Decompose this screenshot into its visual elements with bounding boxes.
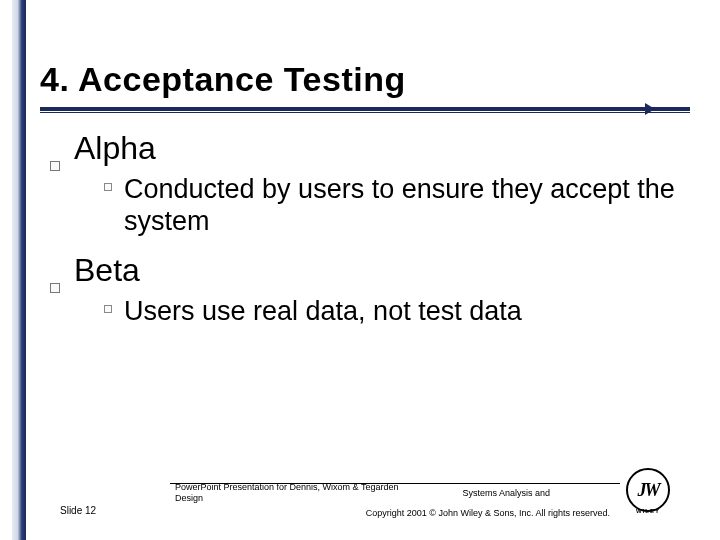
publisher-logo: JW WILEY [626, 468, 670, 512]
list-subitem: Conducted by users to ensure they accept… [104, 173, 700, 238]
subitem-text: Conducted by users to ensure they accept… [124, 173, 700, 238]
item-label: Alpha [74, 130, 156, 167]
slide-number: Slide 12 [60, 505, 96, 516]
logo-initials: JW [626, 468, 670, 512]
item-label: Beta [74, 252, 140, 289]
square-bullet-icon [50, 283, 60, 293]
arrow-right-icon [645, 103, 655, 115]
subitem-text: Users use real data, not test data [124, 295, 522, 327]
footer: Slide 12 PowerPoint Presentation for Den… [40, 468, 690, 524]
list-item: Beta [50, 252, 700, 289]
title-underline [40, 107, 690, 115]
content-area: Alpha Conducted by users to ensure they … [50, 130, 700, 341]
list-subitem: Users use real data, not test data [104, 295, 700, 327]
square-bullet-icon [104, 305, 112, 313]
footer-source-line1: PowerPoint Presentation for Dennis, Wixo… [175, 482, 398, 492]
left-stripe-decoration [12, 0, 26, 540]
footer-source-line2: Design [175, 493, 203, 503]
footer-source: PowerPoint Presentation for Dennis, Wixo… [175, 482, 398, 504]
title-block: 4. Acceptance Testing [40, 60, 690, 115]
slide-title: 4. Acceptance Testing [40, 60, 690, 99]
logo-brand: WILEY [626, 508, 670, 514]
footer-copyright: Copyright 2001 © John Wiley & Sons, Inc.… [366, 508, 610, 518]
list-item: Alpha [50, 130, 700, 167]
square-bullet-icon [104, 183, 112, 191]
square-bullet-icon [50, 161, 60, 171]
footer-course: Systems Analysis and [462, 488, 550, 498]
slide: 4. Acceptance Testing Alpha Conducted by… [0, 0, 720, 540]
